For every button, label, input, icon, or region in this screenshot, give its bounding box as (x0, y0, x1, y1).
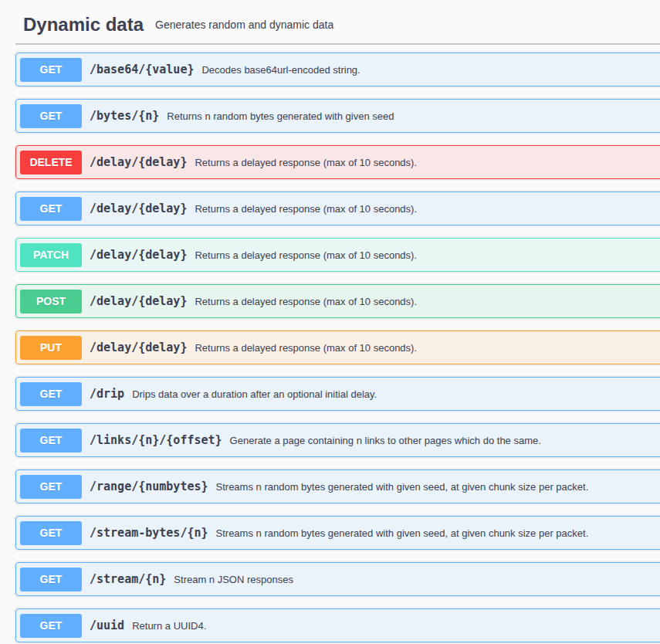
method-badge-delete[interactable]: DELETE (20, 151, 82, 175)
method-badge-get[interactable]: GET (20, 429, 82, 452)
tag-title[interactable]: Dynamic data (23, 14, 144, 36)
operation-row[interactable]: GET /base64/{value} Decodes base64url-en… (15, 53, 660, 86)
operation-path: /drip (90, 387, 124, 401)
method-badge-get[interactable]: GET (20, 104, 82, 128)
method-badge-get[interactable]: GET (20, 614, 82, 638)
operation-description: Drips data over a duration after an opti… (132, 388, 377, 400)
operation-row[interactable]: GET /delay/{delay} Returns a delayed res… (15, 192, 660, 225)
method-badge-get[interactable]: GET (20, 521, 82, 545)
operation-description: Return a UUID4. (132, 620, 206, 632)
operation-path: /delay/{delay} (90, 202, 187, 215)
method-badge-get[interactable]: GET (20, 197, 82, 221)
operation-path: /delay/{delay} (90, 248, 187, 262)
tag-description: Generates random and dynamic data (155, 19, 333, 31)
operation-path: /delay/{delay} (90, 155, 187, 169)
operation-path: /stream/{n} (90, 572, 166, 586)
tag-divider (15, 43, 660, 45)
operation-path: /range/{numbytes} (90, 480, 208, 493)
method-badge-get[interactable]: GET (20, 475, 82, 499)
operation-description: Generate a page containing n links to ot… (230, 435, 541, 446)
operation-description: Streams n random bytes generated with gi… (216, 481, 589, 493)
operation-row[interactable]: GET /stream-bytes/{n} Streams n random b… (15, 516, 660, 550)
method-badge-put[interactable]: PUT (20, 336, 82, 360)
operation-row[interactable]: PUT /delay/{delay} Returns a delayed res… (15, 330, 660, 364)
operation-description: Returns a delayed response (max of 10 se… (195, 249, 417, 261)
tag-section: Dynamic data Generates random and dynami… (15, 0, 660, 642)
method-badge-get[interactable]: GET (20, 58, 82, 82)
operation-path: /delay/{delay} (90, 294, 187, 308)
operation-row[interactable]: GET /range/{numbytes} Streams n random b… (15, 469, 660, 503)
operation-description: Stream n JSON responses (174, 574, 293, 585)
operation-row[interactable]: GET /uuid Return a UUID4. (15, 608, 660, 642)
operation-row[interactable]: PATCH /delay/{delay} Returns a delayed r… (15, 238, 660, 272)
operation-description: Returns a delayed response (max of 10 se… (195, 296, 417, 307)
operation-description: Returns a delayed response (max of 10 se… (195, 203, 417, 215)
tag-header[interactable]: Dynamic data Generates random and dynami… (15, 0, 660, 43)
method-badge-get[interactable]: GET (20, 568, 82, 591)
operation-path: /stream-bytes/{n} (90, 526, 208, 540)
operation-row[interactable]: GET /links/{n}/{offset} Generate a page … (15, 423, 660, 457)
operation-description: Returns a delayed response (max of 10 se… (195, 342, 417, 354)
method-badge-patch[interactable]: PATCH (20, 243, 82, 267)
operation-row[interactable]: GET /stream/{n} Stream n JSON responses (15, 562, 660, 596)
operation-description: Returns n random bytes generated with gi… (167, 110, 394, 122)
operation-row[interactable]: GET /drip Drips data over a duration aft… (15, 377, 660, 411)
operation-path: /base64/{value} (90, 63, 194, 76)
method-badge-get[interactable]: GET (20, 382, 82, 406)
operation-path: /bytes/{n} (90, 109, 159, 123)
operations-list: GET /base64/{value} Decodes base64url-en… (15, 53, 660, 642)
operation-row[interactable]: GET /bytes/{n} Returns n random bytes ge… (15, 99, 660, 133)
method-badge-post[interactable]: POST (20, 290, 82, 314)
operation-row[interactable]: DELETE /delay/{delay} Returns a delayed … (15, 145, 660, 179)
operation-description: Streams n random bytes generated with gi… (216, 527, 589, 539)
operation-description: Returns a delayed response (max of 10 se… (195, 157, 417, 168)
operation-description: Decodes base64url-encoded string. (201, 64, 360, 76)
operation-path: /links/{n}/{offset} (90, 433, 222, 447)
operation-path: /uuid (90, 619, 124, 632)
operation-path: /delay/{delay} (90, 341, 187, 354)
operation-row[interactable]: POST /delay/{delay} Returns a delayed re… (15, 284, 660, 318)
